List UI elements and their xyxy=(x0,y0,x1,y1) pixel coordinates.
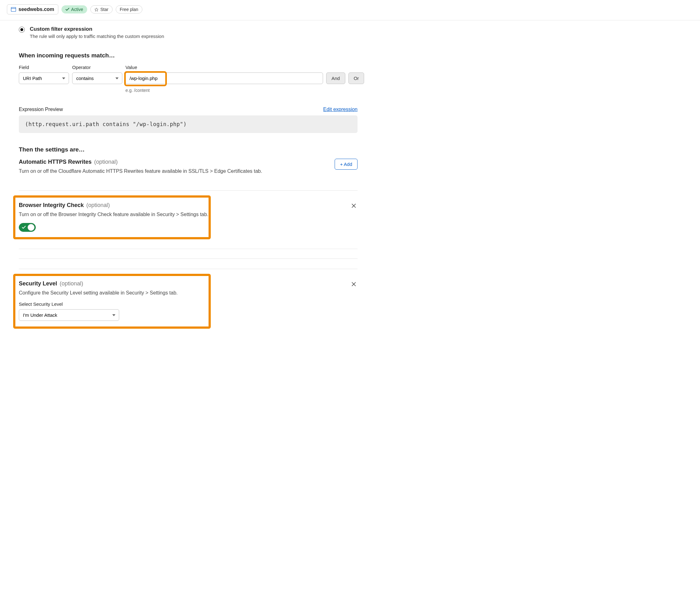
filter-type-radio[interactable]: Custom filter expression The rule will o… xyxy=(19,26,358,39)
https-optional: (optional) xyxy=(94,159,118,165)
toggle-knob xyxy=(28,224,34,231)
status-text: Active xyxy=(71,7,83,12)
operator-select[interactable]: contains xyxy=(72,72,122,84)
site-name: seedwebs.com xyxy=(18,7,54,12)
divider xyxy=(19,258,358,259)
divider xyxy=(19,249,358,249)
bic-title: Browser Integrity Check xyxy=(19,202,84,208)
add-button[interactable]: + Add xyxy=(334,159,358,170)
sec-optional: (optional) xyxy=(60,280,83,287)
sec-title: Security Level xyxy=(19,280,57,287)
close-icon xyxy=(351,203,356,208)
value-hint: e.g. /content xyxy=(126,88,323,93)
close-icon xyxy=(351,281,356,287)
site-selector[interactable]: seedwebs.com xyxy=(7,4,58,14)
field-select[interactable]: URI Path xyxy=(19,72,69,84)
security-level-select[interactable]: I'm Under Attack xyxy=(19,309,119,321)
operator-label: Operator xyxy=(72,64,122,70)
radio-description: The rule will only apply to traffic matc… xyxy=(30,34,164,39)
setting-browser-integrity: Browser Integrity Check (optional) Turn … xyxy=(19,196,358,239)
setting-https-rewrites: Automatic HTTPS Rewrites (optional) Turn… xyxy=(19,159,358,182)
content: Custom filter expression The rule will o… xyxy=(0,20,376,341)
plan-badge[interactable]: Free plan xyxy=(116,5,143,13)
bic-optional: (optional) xyxy=(86,202,110,208)
svg-rect-0 xyxy=(11,8,16,12)
star-label: Star xyxy=(100,7,108,12)
then-heading: Then the settings are… xyxy=(19,146,358,153)
check-icon xyxy=(65,8,69,11)
https-title: Automatic HTTPS Rewrites xyxy=(19,159,91,165)
plan-label: Free plan xyxy=(120,7,138,12)
bic-toggle[interactable] xyxy=(19,223,36,232)
radio-label: Custom filter expression xyxy=(30,26,164,32)
star-icon xyxy=(94,8,98,12)
radio-icon xyxy=(19,27,25,33)
top-bar: seedwebs.com Active Star Free plan xyxy=(0,0,700,20)
value-label: Value xyxy=(126,64,323,70)
expression-preview-label: Expression Preview xyxy=(19,107,63,112)
expression-preview-code: (http.request.uri.path contains "/wp-log… xyxy=(19,116,358,133)
star-button[interactable]: Star xyxy=(90,5,112,13)
remove-bic-button[interactable] xyxy=(350,202,358,211)
edit-expression-link[interactable]: Edit expression xyxy=(323,107,358,112)
divider xyxy=(19,190,358,191)
check-icon xyxy=(22,225,26,230)
website-icon xyxy=(11,7,16,12)
status-badge: Active xyxy=(61,5,87,13)
sec-select-label: Select Security Level xyxy=(19,302,350,307)
sec-desc: Configure the Security Level setting ava… xyxy=(19,290,350,296)
bic-desc: Turn on or off the Browser Integrity Che… xyxy=(19,212,208,217)
or-button[interactable]: Or xyxy=(348,72,365,84)
match-row: Field URI Path Operator contains Value e… xyxy=(19,64,358,93)
divider xyxy=(19,269,358,269)
https-desc: Turn on or off the Cloudflare Automatic … xyxy=(19,168,262,174)
match-heading: When incoming requests match… xyxy=(19,52,358,59)
svg-marker-2 xyxy=(95,8,98,11)
setting-security-level: Security Level (optional) Configure the … xyxy=(19,275,358,328)
remove-security-level-button[interactable] xyxy=(350,280,358,289)
value-input[interactable] xyxy=(126,72,323,84)
expression-preview-header: Expression Preview Edit expression xyxy=(19,107,358,112)
field-label: Field xyxy=(19,64,69,70)
and-button[interactable]: And xyxy=(326,72,345,84)
